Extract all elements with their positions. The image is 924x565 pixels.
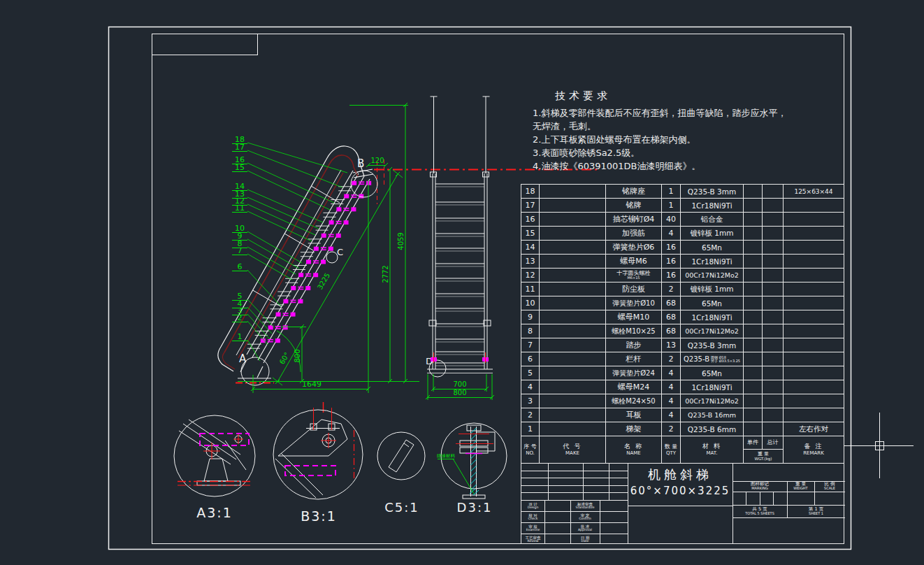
balloon-number: 2	[238, 313, 243, 322]
detail-d-note: 绝缘材料	[437, 453, 456, 459]
bom-cell: 铭牌座	[606, 185, 662, 199]
bom-cell	[540, 366, 606, 380]
bom-cell	[540, 380, 606, 394]
bom-cell: Q235-B 16mm	[681, 408, 744, 422]
bom-cell	[784, 227, 844, 241]
weight-en: WEIGHT	[793, 487, 807, 491]
bom-cell	[540, 296, 606, 310]
bom-cell: 螺栓M10×25	[606, 324, 662, 338]
bom-cell: 4	[662, 380, 681, 394]
bom-cell	[763, 199, 784, 213]
bom-cell	[784, 213, 844, 227]
header-no-en: NO.	[526, 450, 535, 457]
bom-cell	[744, 282, 763, 296]
bom-cell	[784, 408, 844, 422]
bom-cell	[744, 408, 763, 422]
bom-cell: 68	[662, 324, 681, 338]
detail-view-d: 绝缘材料	[437, 423, 507, 499]
signature-label: 工艺审查Review	[521, 534, 544, 545]
bom-cell: 镀锌板 1mm	[681, 227, 744, 241]
bom-cell: 3	[521, 394, 540, 408]
header-name-en: NAME	[626, 450, 641, 457]
bom-cell	[763, 366, 784, 380]
bom-cell	[540, 199, 606, 213]
dim-800-side: 800	[294, 349, 301, 362]
header-mat-en: MAT.	[707, 450, 718, 457]
signature-label: 标准审查Standardize	[570, 500, 600, 511]
bom-cell	[763, 352, 784, 366]
bom-cell	[744, 352, 763, 366]
bom-cell: 18	[521, 185, 540, 199]
header-qty-en: QTY	[666, 450, 676, 457]
bom-cell: 65Mn	[681, 296, 744, 310]
bom-cell	[540, 324, 606, 338]
bom-cell	[763, 422, 784, 436]
bom-cell: 弹簧垫片Ø6	[606, 241, 662, 255]
bom-cell: 16	[662, 269, 681, 282]
bom-cell	[784, 338, 844, 352]
bom-cell	[744, 324, 763, 338]
bom-cell: 68	[662, 310, 681, 324]
drawing-title: 机舱斜梯	[628, 466, 732, 483]
header-weight-cn: 重 量	[758, 451, 769, 457]
detail-letter-c: C	[337, 247, 343, 257]
bom-cell	[744, 310, 763, 324]
balloon-number: 6	[238, 262, 243, 271]
parts-table-rows: 18铭牌座1Q235-B 3mm125×63×4417铭牌11Cr18Ni9Ti…	[521, 185, 844, 436]
balloon-number: 15	[235, 163, 245, 172]
bom-cell	[763, 255, 784, 269]
bom-cell: 螺栓M24×50	[606, 394, 662, 408]
bom-cell: 00Cr17Ni12Mo2	[681, 324, 744, 338]
tech-req-line: 无焊渣，毛刺。	[533, 120, 849, 133]
bom-cell: 16	[521, 213, 540, 227]
scale-header: 比 例 SCALE	[814, 481, 845, 492]
tech-req-line: 4.油漆按《60391001DB油漆明细表》。	[533, 159, 849, 173]
bom-cell	[784, 366, 844, 380]
bom-cell	[784, 310, 844, 324]
bom-cell	[540, 269, 606, 282]
bom-cell	[540, 352, 606, 366]
scale-en: SCALE	[824, 487, 835, 491]
bom-cell: 12	[521, 269, 540, 282]
dim-700: 700	[453, 380, 466, 388]
bom-cell: 1Cr18Ni9Ti	[681, 310, 744, 324]
parts-table: 18铭牌座1Q235-B 3mm125×63×4417铭牌11Cr18Ni9Ti…	[521, 184, 844, 464]
signature-label: 批 准Approval	[570, 522, 600, 534]
bom-cell: 4	[662, 227, 681, 241]
side-view-stringers	[238, 169, 373, 378]
bom-cell: Q235-B 6mm	[681, 422, 744, 436]
bom-cell	[744, 422, 763, 436]
header-make-en: MAKE	[565, 450, 579, 457]
bom-cell	[744, 241, 763, 255]
bom-cell: 13	[662, 338, 681, 352]
bom-cell	[763, 227, 784, 241]
bom-cell: 抽芯铆钉Ø4	[606, 213, 662, 227]
bom-cell	[540, 213, 606, 227]
drawing-spec: 60°×700×3225	[628, 485, 732, 497]
bom-cell	[763, 296, 784, 310]
header-unit-cn: 单件	[747, 439, 758, 446]
balloon-number: 17	[235, 143, 245, 152]
bom-cell: 梯架	[606, 422, 662, 436]
bom-cell: 6	[521, 352, 540, 366]
bom-cell: 踏步	[606, 338, 662, 352]
bom-cell: 螺母M6	[606, 255, 662, 269]
tech-req-line: 2.上下耳板紧固处螺母布置在梯架内侧。	[533, 133, 849, 146]
bom-cell	[763, 380, 784, 394]
bom-cell: 2	[662, 282, 681, 296]
bom-cell: 7	[521, 338, 540, 352]
bom-cell: 4	[662, 394, 681, 408]
bom-cell	[744, 227, 763, 241]
header-name-cn: 名 称	[624, 443, 643, 450]
dim-60deg: 60°	[278, 351, 291, 366]
header-no-cn: 序 号	[524, 443, 537, 450]
detail-label-b: B3:1	[301, 508, 337, 524]
bom-cell: 11	[521, 282, 540, 296]
bom-cell: 9	[521, 310, 540, 324]
balloon-number: 1	[238, 332, 243, 341]
bom-cell: 十字圆头螺栓M6×15	[606, 269, 662, 282]
signature-label: 日 期Date	[570, 534, 600, 545]
bom-cell: 螺母M24	[606, 380, 662, 394]
front-view	[427, 96, 493, 373]
cad-viewport[interactable]: A B C D 120 4059 2772 800 1649 60° 32	[0, 0, 924, 565]
